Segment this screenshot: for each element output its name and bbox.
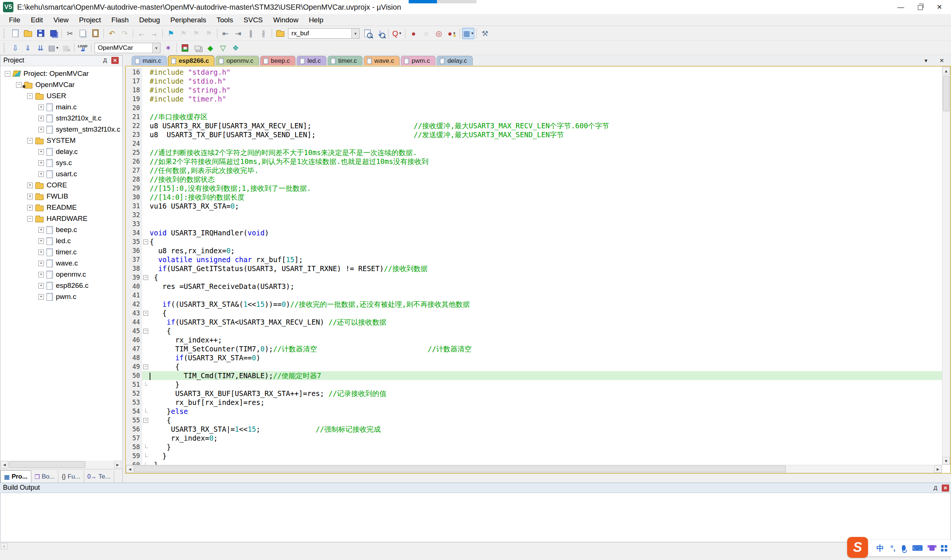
code-line-34[interactable]: 34void USART3_IRQHandler(void) xyxy=(126,228,942,237)
scroll-down-arrow[interactable]: ▼ xyxy=(942,457,950,465)
undo-icon[interactable]: ↶ xyxy=(106,28,118,39)
tree-item-beep-c[interactable]: +beep.c xyxy=(2,224,121,235)
fold-gutter[interactable]: − xyxy=(142,309,150,318)
toolbar-grip[interactable] xyxy=(4,29,7,38)
code-line-53[interactable]: 53 rx_buf[rx_index]=res; xyxy=(126,398,942,407)
ime-keyboard-icon[interactable]: ⌨ xyxy=(912,544,923,552)
code-text[interactable]: rx_buf[rx_index]=res; xyxy=(150,398,265,407)
code-line-48[interactable]: 48 if(USART3_RX_STA==0) xyxy=(126,353,942,362)
fold-collapse-icon[interactable]: − xyxy=(143,365,148,369)
code-text[interactable]: USART3_RX_STA|=1<<15; //强制标记接收完成 xyxy=(150,425,381,434)
code-text[interactable]: TIM_Cmd(TIM7,ENABLE);//使能定时器7 xyxy=(150,371,321,380)
tree-expander[interactable]: + xyxy=(39,283,44,289)
tree-item-pwm-c[interactable]: +pwm.c xyxy=(2,291,121,302)
ime-chinese-mode-icon[interactable]: 中 xyxy=(877,543,884,553)
tab-beep-c[interactable]: beep.c xyxy=(260,56,296,65)
tree-item-openmv-c[interactable]: +openmv.c xyxy=(2,269,121,280)
redo-icon[interactable]: ↷ xyxy=(119,28,131,39)
configure-wrench-icon[interactable]: ⚒ xyxy=(479,28,491,39)
tree-item-wave-c[interactable]: +wave.c xyxy=(2,258,121,269)
tab-timer-c[interactable]: timer.c xyxy=(327,56,363,65)
fold-gutter[interactable] xyxy=(142,443,150,451)
search-text-value[interactable]: rx_buf xyxy=(289,30,351,37)
select-software-packs-icon[interactable]: ▽ xyxy=(217,42,229,54)
pin-icon[interactable]: Д xyxy=(103,57,107,63)
code-line-39[interactable]: 39− { xyxy=(126,273,942,282)
code-text[interactable]: #include "stdio.h" xyxy=(150,77,226,86)
fold-gutter[interactable] xyxy=(142,407,150,416)
fold-gutter[interactable]: − xyxy=(142,416,150,425)
fold-collapse-icon[interactable]: − xyxy=(143,311,148,316)
code-line-18[interactable]: 18#include "string.h" xyxy=(126,86,942,94)
menu-item-project[interactable]: Project xyxy=(74,14,106,26)
kill-all-breakpoints-icon[interactable]: ●✕▾ xyxy=(446,28,457,39)
code-text[interactable]: //任何数据,则表示此次接收完毕. xyxy=(150,166,259,175)
tree-expander[interactable]: + xyxy=(39,249,44,255)
code-line-45[interactable]: 45− { xyxy=(126,326,942,335)
code-line-57[interactable]: 57 rx_index=0; xyxy=(126,434,942,443)
scroll-right-arrow[interactable]: ► xyxy=(934,465,942,472)
tree-expander[interactable]: + xyxy=(39,115,44,121)
code-line-17[interactable]: 17#include "stdio.h" xyxy=(126,77,942,86)
tab-pwm-c[interactable]: pwm.c xyxy=(401,56,435,65)
code-line-16[interactable]: 16#include "stdarg.h" xyxy=(126,68,942,77)
pin-icon[interactable]: Д xyxy=(934,485,937,491)
tree-expander[interactable]: + xyxy=(39,160,44,166)
code-line-59[interactable]: 59 } xyxy=(126,451,942,460)
code-line-47[interactable]: 47 TIM_SetCounter(TIM7,0);//计数器清空 //计数器清… xyxy=(126,344,942,353)
tree-expander[interactable]: − xyxy=(27,138,33,143)
close-icon[interactable]: ✕ xyxy=(111,57,119,64)
code-line-38[interactable]: 38 if(USART_GetITStatus(USART3, USART_IT… xyxy=(126,264,942,273)
code-text[interactable]: //串口接收缓存区 xyxy=(150,112,208,121)
fold-collapse-icon[interactable]: − xyxy=(143,240,148,244)
code-text[interactable]: { xyxy=(150,237,154,246)
code-line-37[interactable]: 37 volatile unsigned char rx_buf[15]; xyxy=(126,255,942,264)
fold-collapse-icon[interactable]: − xyxy=(143,329,148,334)
paste-icon[interactable] xyxy=(90,28,101,39)
tree-expander[interactable]: + xyxy=(39,105,44,110)
code-line-50[interactable]: 50 TIM_Cmd(TIM7,ENABLE);//使能定时器7 xyxy=(126,371,942,380)
tree-expander[interactable]: + xyxy=(39,149,44,155)
ime-punctuation-icon[interactable]: °, xyxy=(890,544,895,552)
scroll-thumb[interactable] xyxy=(134,466,786,472)
fold-collapse-icon[interactable]: − xyxy=(143,275,148,280)
tree-expander[interactable]: − xyxy=(16,82,22,88)
indent-icon[interactable]: ⇥ xyxy=(232,28,244,39)
code-line-58[interactable]: 58 } xyxy=(126,443,942,451)
scroll-right-arrow[interactable]: ► xyxy=(114,461,121,468)
menu-item-flash[interactable]: Flash xyxy=(106,14,134,26)
code-line-30[interactable]: 30//[14:0]:接收到的数据长度 xyxy=(126,192,942,202)
code-text[interactable]: u8 USART3_RX_BUF[USART3_MAX_RECV_LEN]; /… xyxy=(150,121,609,130)
scroll-left-arrow[interactable]: ‹ xyxy=(1,543,8,549)
tree-item-stm32f10x-it-c[interactable]: +stm32f10x_it.c xyxy=(2,113,121,124)
tree-item-system-stm32f10x-c[interactable]: +system_stm32f10x.c xyxy=(2,124,121,135)
menu-item-window[interactable]: Window xyxy=(268,14,304,26)
scroll-left-arrow[interactable]: ◄ xyxy=(126,465,134,472)
close-icon[interactable]: ✕ xyxy=(942,485,949,492)
batch-build-icon[interactable]: ▤▾ xyxy=(47,42,59,54)
code-line-25[interactable]: 25//通过判断接收连续2个字符之间的时间差不大于10ms来决定是不是一次连续的… xyxy=(126,148,942,157)
panel-tab-fu[interactable]: {}Fu... xyxy=(59,471,84,483)
code-text[interactable]: if(USART3_RX_STA==0) xyxy=(150,353,260,362)
code-line-28[interactable]: 28//接收到的数据状态 xyxy=(126,175,942,184)
bookmark-toggle-icon[interactable]: ⚑ xyxy=(165,28,177,39)
build-output-hscrollbar[interactable]: ‹ xyxy=(0,542,951,550)
scroll-thumb[interactable] xyxy=(9,461,85,468)
uncomment-selection-icon[interactable]: ∦ xyxy=(258,28,270,39)
manage-rte-icon[interactable]: ◆ xyxy=(204,42,216,54)
insert-breakpoint-icon[interactable]: ● xyxy=(408,28,420,39)
window-layout-icon[interactable]: ▦▾ xyxy=(462,28,474,39)
unindent-icon[interactable]: ⇤ xyxy=(219,28,232,39)
comment-selection-icon[interactable]: ∥ xyxy=(245,28,257,39)
tree-item-esp8266-c[interactable]: +esp8266.c xyxy=(2,280,121,291)
stop-build-icon[interactable]: ▦✕ xyxy=(60,42,72,54)
incremental-find-icon[interactable]: ⇣ xyxy=(374,28,386,39)
editor-hscrollbar[interactable]: ◄ ► xyxy=(126,465,942,473)
bookmark-next-icon[interactable]: ⚑ xyxy=(190,28,202,39)
code-line-21[interactable]: 21//串口接收缓存区 xyxy=(126,112,942,121)
save-icon[interactable] xyxy=(35,28,46,39)
code-text[interactable]: //接收到的数据状态 xyxy=(150,175,215,184)
save-all-icon[interactable] xyxy=(47,28,59,39)
ime-skin-icon[interactable] xyxy=(929,544,935,552)
code-line-56[interactable]: 56 USART3_RX_STA|=1<<15; //强制标记接收完成 xyxy=(126,425,942,434)
